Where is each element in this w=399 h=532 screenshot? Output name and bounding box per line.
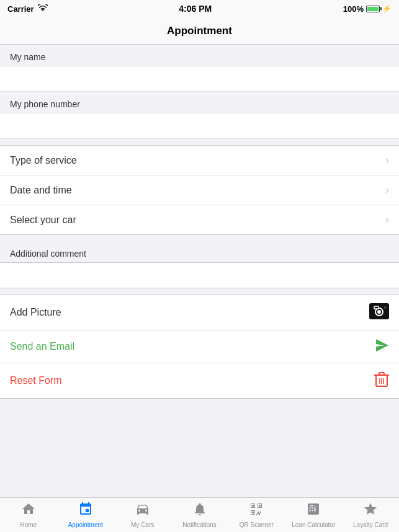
tab-my-cars-label: My Cars	[131, 521, 154, 528]
calendar-icon	[78, 502, 93, 520]
my-name-label: My name	[0, 45, 399, 66]
comment-section: Additional comment	[0, 241, 399, 288]
star-icon	[363, 502, 378, 520]
status-left: Carrier	[7, 4, 48, 14]
reset-form-row[interactable]: Reset Form	[0, 363, 399, 398]
tab-loyalty-card[interactable]: Loyalty Card	[342, 498, 399, 532]
date-and-time-row[interactable]: Date and time ›	[0, 175, 399, 205]
my-phone-input-row	[0, 113, 399, 139]
tab-appointment-label: Appointment	[68, 521, 103, 528]
reset-form-label: Reset Form	[10, 375, 62, 386]
battery-icon	[366, 6, 380, 12]
battery-charging-icon: ⚡	[382, 4, 392, 13]
send-email-row[interactable]: Send an Email	[0, 330, 399, 363]
my-phone-section: My phone number	[0, 92, 399, 139]
tab-home[interactable]: Home	[0, 498, 57, 532]
my-phone-label: My phone number	[0, 92, 399, 113]
status-bar: Carrier 4:06 PM 100% ⚡	[0, 0, 399, 17]
date-and-time-chevron: ›	[385, 184, 389, 197]
bell-icon	[192, 502, 207, 520]
my-phone-input[interactable]	[0, 113, 399, 138]
page-title: Appointment	[167, 25, 232, 37]
status-right: 100% ⚡	[343, 4, 392, 14]
select-car-row[interactable]: Select your car ›	[0, 205, 399, 234]
type-of-service-chevron: ›	[385, 154, 389, 167]
send-icon	[375, 339, 389, 355]
car-icon	[135, 502, 150, 520]
home-icon	[21, 502, 36, 520]
select-car-chevron: ›	[385, 213, 389, 226]
action-section: Add Picture Send an Email Re	[0, 295, 399, 399]
tab-appointment[interactable]: Appointment	[57, 498, 114, 532]
send-email-label: Send an Email	[10, 341, 74, 352]
type-of-service-label: Type of service	[10, 155, 77, 166]
add-picture-row[interactable]: Add Picture	[0, 295, 399, 330]
nav-bar: Appointment	[0, 17, 399, 45]
calculator-icon	[306, 502, 321, 520]
svg-rect-3	[374, 306, 379, 309]
form-content: My name My phone number Type of service …	[0, 45, 399, 497]
my-name-section: My name	[0, 45, 399, 92]
tab-loan-calculator[interactable]: Loan Calculator	[285, 498, 342, 532]
svg-rect-8	[379, 373, 384, 375]
wifi-icon	[38, 4, 48, 14]
svg-point-2	[377, 310, 381, 314]
carrier-label: Carrier	[7, 4, 34, 14]
tab-qr-label: QR Scanner	[240, 521, 274, 528]
qr-icon	[249, 502, 264, 520]
tab-home-label: Home	[20, 521, 37, 528]
tab-loyalty-label: Loyalty Card	[353, 521, 388, 528]
tab-my-cars[interactable]: My Cars	[114, 498, 171, 532]
tab-qr-scanner[interactable]: QR Scanner	[228, 498, 285, 532]
picker-section: Type of service › Date and time › Select…	[0, 145, 399, 235]
my-name-input-row	[0, 66, 399, 92]
trash-icon	[374, 371, 389, 390]
tab-notifications[interactable]: Notifications	[171, 498, 228, 532]
my-name-input[interactable]	[0, 66, 399, 91]
tab-notifications-label: Notifications	[182, 521, 216, 528]
comment-input-row	[0, 262, 399, 288]
comment-input[interactable]	[0, 263, 399, 288]
select-car-label: Select your car	[10, 215, 76, 226]
camera-icon	[369, 303, 389, 322]
type-of-service-row[interactable]: Type of service ›	[0, 146, 399, 175]
tab-loan-label: Loan Calculator	[292, 521, 335, 528]
date-and-time-label: Date and time	[10, 185, 72, 196]
svg-marker-5	[376, 339, 388, 352]
battery-percent: 100%	[343, 4, 364, 14]
svg-point-4	[384, 306, 387, 309]
tab-bar: Home Appointment My Cars Notifications	[0, 497, 399, 532]
add-picture-label: Add Picture	[10, 307, 61, 318]
status-time: 4:06 PM	[179, 4, 212, 14]
comment-label: Additional comment	[0, 241, 399, 262]
